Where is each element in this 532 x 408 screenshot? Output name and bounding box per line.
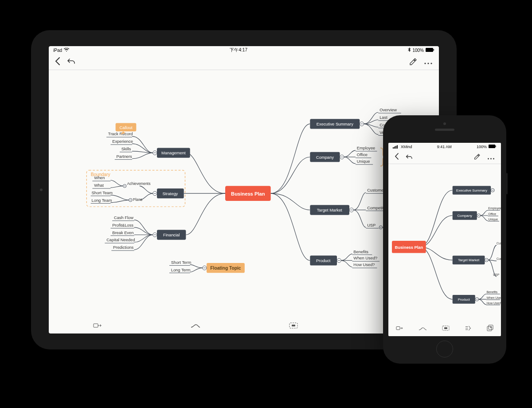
svg-text:Employee[interactable]: Employee bbox=[357, 146, 375, 150]
svg-text:USP[interactable]: USP bbox=[367, 223, 376, 228]
ipad-bottom-toolbar bbox=[49, 318, 439, 333]
svg-text:Strategy: Strategy bbox=[162, 192, 178, 196]
iphone-battery-label: 100% bbox=[477, 145, 487, 149]
svg-text:Floating Topic: Floating Topic bbox=[210, 266, 241, 271]
bluetooth-icon bbox=[408, 47, 411, 53]
svg-text:Partners[interactable]: Partners bbox=[117, 154, 133, 159]
svg-rect-116 bbox=[393, 147, 394, 149]
svg-text:Compe: Compe bbox=[497, 257, 501, 261]
svg-text:Overview[interactable]: Overview bbox=[379, 108, 397, 112]
iphone-app-toolbar bbox=[388, 151, 501, 164]
svg-text:Office[interactable]: Office bbox=[488, 212, 496, 216]
svg-text:Break Even[interactable]: Break Even bbox=[112, 231, 133, 235]
svg-text:USP[interactable]: USP bbox=[493, 273, 500, 276]
svg-text:Unique[interactable]: Unique bbox=[357, 159, 370, 164]
mindmap-canvas[interactable]: Business Plan Management Track Record Ex… bbox=[49, 70, 439, 318]
svg-text:Callout: Callout bbox=[119, 126, 132, 130]
iphone-relationship-icon[interactable] bbox=[419, 325, 427, 332]
iphone-more-icon[interactable] bbox=[487, 153, 495, 161]
svg-text:How Used?[interactable]: How Used? bbox=[486, 302, 501, 305]
iphone-back-icon[interactable] bbox=[395, 153, 399, 161]
svg-point-110 bbox=[98, 325, 99, 326]
svg-text:Executive Summary: Executive Summary bbox=[317, 122, 353, 126]
svg-rect-118 bbox=[395, 146, 396, 149]
svg-rect-112 bbox=[292, 325, 295, 326]
svg-text:Skills[interactable]: Skills bbox=[121, 147, 131, 151]
mindmap-svg: Business Plan Management Track Record Ex… bbox=[49, 70, 439, 318]
battery-icon bbox=[426, 48, 434, 53]
svg-text:Plans[interactable]: Plans bbox=[133, 197, 142, 202]
svg-text:Achievements[interactable]: Achievements bbox=[127, 181, 151, 186]
svg-text:Management: Management bbox=[161, 151, 186, 155]
svg-rect-119 bbox=[397, 145, 398, 149]
svg-text:Short Term[interactable]: Short Term bbox=[171, 260, 192, 265]
battery-label: 100% bbox=[412, 48, 424, 53]
svg-text:Benefits[interactable]: Benefits bbox=[353, 250, 368, 254]
svg-text:How Used?[interactable]: How Used? bbox=[353, 263, 375, 267]
svg-text:Employee[interactable]: Employee bbox=[488, 207, 501, 210]
svg-text:Target Market: Target Market bbox=[317, 208, 342, 212]
svg-text:Company: Company bbox=[316, 155, 334, 160]
svg-rect-158 bbox=[444, 327, 447, 329]
time-label: 下午4:17 bbox=[230, 47, 247, 53]
svg-text:Long Team[interactable]: Long Team bbox=[92, 198, 112, 203]
more-icon[interactable] bbox=[424, 58, 433, 66]
iphone-add-sheet-icon[interactable] bbox=[487, 325, 493, 333]
format-icon[interactable] bbox=[409, 57, 417, 67]
ipad-status-bar: iPad 下午4:17 100% bbox=[49, 46, 439, 54]
iphone-mindmap-canvas[interactable]: Business Plan Executive Summary Company … bbox=[388, 164, 501, 321]
iphone-camera bbox=[443, 122, 446, 125]
svg-text:Custo: Custo bbox=[497, 242, 501, 245]
svg-text:Predictions[interactable]: Predictions bbox=[113, 245, 133, 250]
svg-text:What[interactable]: What bbox=[94, 183, 104, 188]
iphone-speaker bbox=[435, 129, 454, 131]
iphone-home-button[interactable] bbox=[436, 341, 453, 357]
svg-rect-120 bbox=[489, 145, 495, 148]
svg-rect-121 bbox=[495, 145, 496, 147]
boundary-icon[interactable] bbox=[289, 322, 298, 330]
svg-text:Track Record[interactable]: Track Record bbox=[108, 132, 133, 136]
svg-text:Last[interactable]: Last bbox=[379, 115, 387, 120]
iphone-summary-icon[interactable] bbox=[465, 325, 472, 332]
svg-text:Long Term[interactable]: Long Term bbox=[171, 268, 191, 272]
back-icon[interactable] bbox=[55, 57, 60, 67]
iphone-bottom-toolbar bbox=[388, 321, 501, 336]
iphone-screen: XMind 9:41 AM 100% bbox=[388, 143, 501, 336]
svg-point-122 bbox=[488, 158, 489, 159]
svg-text:Experience[interactable]: Experience bbox=[112, 139, 133, 144]
relationship-icon[interactable] bbox=[191, 322, 200, 330]
wifi-icon bbox=[64, 48, 69, 53]
svg-text:Product: Product bbox=[316, 259, 331, 263]
svg-text:Capital Needed[interactable]: Capital Needed bbox=[106, 238, 135, 242]
svg-text:Product: Product bbox=[458, 298, 470, 302]
svg-rect-0 bbox=[426, 48, 433, 52]
svg-point-3 bbox=[427, 63, 429, 64]
iphone-boundary-icon[interactable] bbox=[442, 325, 450, 332]
app-name-label: XMind bbox=[401, 145, 412, 149]
svg-text:Target Market: Target Market bbox=[458, 258, 480, 262]
svg-text:Business Plan: Business Plan bbox=[395, 245, 423, 250]
carrier-label: iPad bbox=[53, 48, 62, 53]
svg-text:Unique[interactable]: Unique bbox=[488, 218, 498, 221]
iphone-device: XMind 9:41 AM 100% bbox=[383, 115, 506, 364]
svg-text:Benefits[interactable]: Benefits bbox=[486, 290, 497, 294]
svg-text:Short Team[interactable]: Short Team bbox=[92, 191, 113, 195]
svg-text:When Used?[interactable]: When Used? bbox=[486, 296, 501, 299]
iphone-format-icon[interactable] bbox=[473, 153, 480, 161]
svg-text:Profit&Loss[interactable]: Profit&Loss bbox=[112, 223, 133, 228]
iphone-mindmap-svg: Business Plan Executive Summary Company … bbox=[388, 164, 501, 321]
iphone-time-label: 9:41 AM bbox=[437, 145, 452, 149]
add-topic-icon[interactable] bbox=[93, 322, 102, 330]
undo-icon[interactable] bbox=[67, 58, 76, 67]
iphone-side-button[interactable] bbox=[506, 173, 508, 194]
svg-text:Cash Flow[interactable]: Cash Flow bbox=[114, 216, 133, 220]
iphone-add-topic-icon[interactable] bbox=[396, 325, 403, 332]
center-label: Business Plan bbox=[231, 191, 265, 196]
app-toolbar bbox=[49, 54, 439, 70]
iphone-undo-icon[interactable] bbox=[406, 153, 413, 161]
svg-text:Office[interactable]: Office bbox=[357, 153, 368, 157]
ipad-screen: iPad 下午4:17 100% bbox=[49, 46, 439, 333]
svg-text:When Used?[interactable]: When Used? bbox=[353, 256, 377, 260]
svg-point-123 bbox=[490, 158, 492, 159]
svg-text:When[interactable]: When bbox=[94, 176, 105, 180]
